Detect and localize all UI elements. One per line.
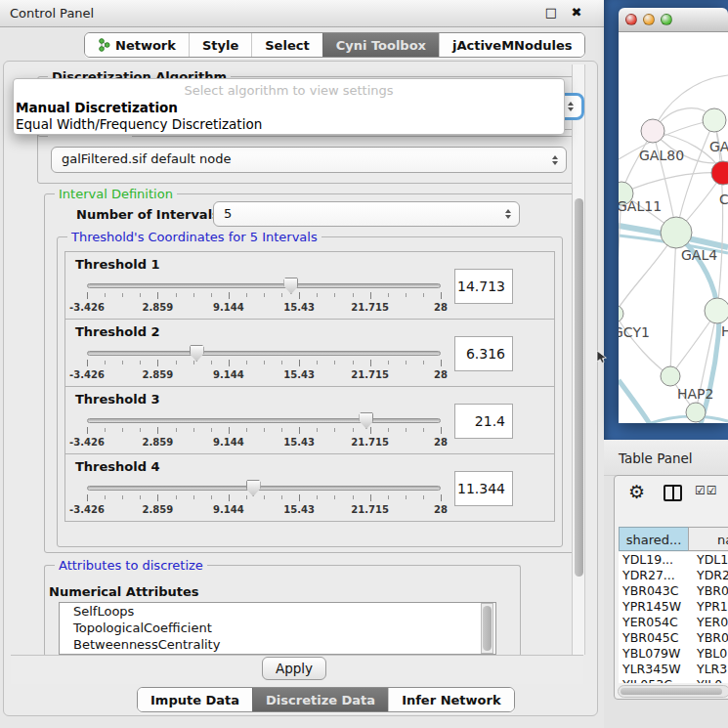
slider-tick <box>193 428 194 432</box>
threshold-value-field[interactable]: 14.713 <box>454 269 513 304</box>
dropdown-option[interactable]: Manual Discretization <box>14 100 564 116</box>
network-node[interactable] <box>661 217 692 248</box>
table-row[interactable]: YBR043CYBR0 <box>619 583 728 599</box>
tab-network[interactable]: Network <box>85 33 189 57</box>
tab-impute-data[interactable]: Impute Data <box>138 688 252 711</box>
network-node[interactable] <box>686 403 706 422</box>
network-node[interactable] <box>703 108 726 132</box>
slider-tick <box>370 292 371 299</box>
threshold-label: Threshold 1 <box>75 257 160 272</box>
threshold-slider[interactable]: -3.4262.8599.14415.4321.71528 <box>87 345 441 384</box>
slider-tick <box>353 428 354 432</box>
network-node[interactable] <box>705 298 728 323</box>
slider-tick <box>334 495 335 499</box>
slider-tick-label: 9.144 <box>213 302 244 313</box>
list-item[interactable]: TopologicalCoefficient <box>60 620 495 636</box>
gear-icon[interactable]: ⚙ <box>628 481 645 502</box>
network-node[interactable] <box>661 366 680 386</box>
slider-track[interactable] <box>87 486 441 491</box>
minimize-traffic-light[interactable] <box>643 14 655 25</box>
network-canvas[interactable]: GAL80GACGAL11GAL4GCY1HHAP2 <box>619 32 728 423</box>
threshold-value-field[interactable]: 6.316 <box>454 336 513 371</box>
zoom-traffic-light[interactable] <box>661 14 672 25</box>
table-rows: YDL19...YDL1YDR27...YDR2YBR043CYBR0YPR14… <box>619 552 728 683</box>
network-node[interactable] <box>619 305 623 322</box>
tab-label: Select <box>265 34 309 57</box>
table-row[interactable]: YBR045CYBR0 <box>619 630 728 646</box>
table-row[interactable]: YDR27...YDR2 <box>619 568 728 583</box>
table-row[interactable]: YER054CYER0 <box>619 615 728 630</box>
slider-thumb[interactable] <box>190 345 204 362</box>
scrollbar-thumb[interactable] <box>483 606 492 651</box>
slider-tick <box>246 293 247 297</box>
table-row[interactable]: YIL053CYIL0 <box>619 677 728 683</box>
attributes-list-scrollbar[interactable] <box>481 603 493 654</box>
slider-thumb[interactable] <box>359 412 373 429</box>
threshold-panels: Threshold 1-3.4262.8599.14415.4321.71528… <box>64 252 555 522</box>
tab-style[interactable]: Style <box>189 33 251 57</box>
slider-tick <box>299 360 300 366</box>
list-item[interactable]: BetweennessCentrality <box>60 636 495 653</box>
columns-icon[interactable] <box>664 485 682 501</box>
network-node[interactable] <box>641 119 664 143</box>
tab-discretize-data[interactable]: Discretize Data <box>252 688 388 711</box>
table-cell: YDL1 <box>689 552 728 568</box>
table-row[interactable]: YPR145WYPR1 <box>619 599 728 615</box>
scrollbar-thumb[interactable] <box>575 198 583 577</box>
content-scrollbar[interactable] <box>572 64 585 655</box>
combo-stepper-icon <box>552 155 558 165</box>
threshold-value-field[interactable]: 11.344 <box>454 471 513 506</box>
slider-tick <box>281 428 282 432</box>
slider-tick <box>193 361 194 364</box>
dropdown-options: Manual DiscretizationEqual Width/Frequen… <box>14 100 564 133</box>
apply-button[interactable]: Apply <box>262 657 326 680</box>
threshold-value-field[interactable]: 21.4 <box>454 404 513 439</box>
num-intervals-combobox[interactable]: 5 <box>213 201 520 227</box>
table-horizontal-scrollbar[interactable] <box>618 685 728 698</box>
network-node-label: GAL11 <box>619 198 662 214</box>
network-node[interactable] <box>711 161 728 185</box>
numerical-attributes-list: SelfLoopsTopologicalCoefficientBetweenne… <box>59 602 496 655</box>
slider-tick-label: 2.859 <box>143 302 174 313</box>
dropdown-option[interactable]: Equal Width/Frequency Discretization <box>14 116 564 133</box>
threshold-slider[interactable]: -3.4262.8599.14415.4321.71528 <box>87 278 441 317</box>
table-row[interactable]: YLR345WYLR3 <box>619 662 728 677</box>
close-traffic-light[interactable] <box>625 14 637 25</box>
list-item[interactable]: SelfLoops <box>60 603 495 620</box>
slider-tick <box>229 292 230 299</box>
threshold-slider[interactable]: -3.4262.8599.14415.4321.71528 <box>87 480 441 519</box>
group-title: Interval Definition <box>55 187 177 201</box>
tab-infer-network[interactable]: Infer Network <box>388 688 513 711</box>
table-cell: YIL053C <box>619 677 689 683</box>
table-cell: YIL0 <box>689 677 722 683</box>
tab-label: Cyni Toolbox <box>336 34 426 57</box>
float-window-icon[interactable]: □ <box>543 5 559 20</box>
slider-thumb[interactable] <box>246 480 261 496</box>
close-icon[interactable]: ✖ <box>569 5 584 20</box>
slider-track[interactable] <box>87 283 441 288</box>
slider-track[interactable] <box>87 418 441 423</box>
table-cell: YPR145W <box>619 599 689 615</box>
tab-jactivemnodules[interactable]: jActiveMNodules <box>439 33 585 57</box>
tab-select[interactable]: Select <box>251 33 321 57</box>
slider-tick <box>317 293 318 297</box>
checkboxes-icon[interactable]: ☑☑ <box>695 484 718 497</box>
threshold-slider[interactable]: -3.4262.8599.14415.4321.71528 <box>87 412 441 451</box>
slider-tick <box>406 361 407 364</box>
slider-tick-label: 28 <box>434 437 448 448</box>
slider-track[interactable] <box>87 351 441 356</box>
table-row[interactable]: YDL19...YDL1 <box>619 552 728 568</box>
table-cell: YPR1 <box>689 599 728 615</box>
table-column-header[interactable]: na <box>688 527 728 551</box>
table-data-combobox[interactable]: galFiltered.sif default node <box>51 147 567 173</box>
dropdown-hint: Select algorithm to view settings <box>14 82 564 100</box>
tab-cyni-toolbox[interactable]: Cyni Toolbox <box>322 33 439 57</box>
slider-tick <box>370 494 371 501</box>
slider-tick <box>423 495 424 499</box>
tab-label: Style <box>202 34 238 57</box>
scrollbar-thumb[interactable] <box>621 688 722 695</box>
table-column-header[interactable]: shared... <box>619 527 689 551</box>
network-node-label: H <box>721 323 728 339</box>
slider-thumb[interactable] <box>283 278 298 294</box>
table-row[interactable]: YBL079WYBL0 <box>619 646 728 662</box>
